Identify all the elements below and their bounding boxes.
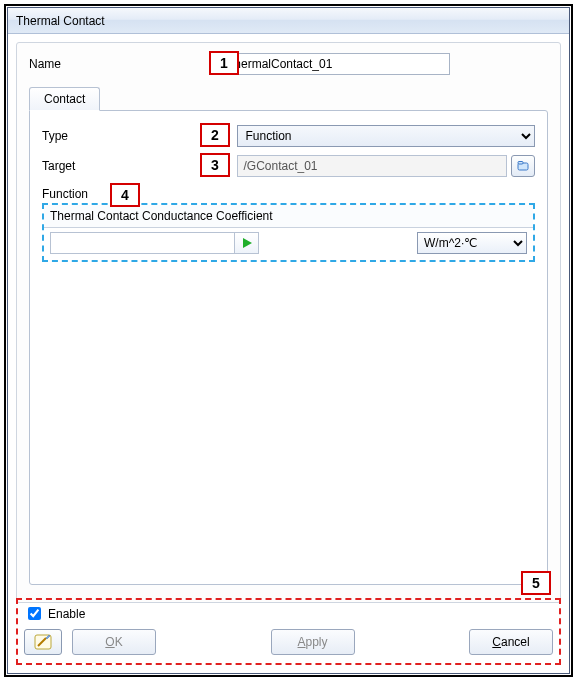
browse-icon (516, 159, 530, 173)
tab-contact-label: Contact (44, 92, 85, 106)
cancel-button[interactable]: Cancel (469, 629, 553, 655)
play-icon (241, 237, 253, 249)
callout-1: 1 (209, 51, 239, 75)
thermal-contact-dialog: Thermal Contact Name 1 Contact Type 2 (7, 7, 570, 674)
coefficient-input[interactable] (50, 232, 235, 254)
enable-label: Enable (48, 607, 85, 621)
target-label: Target (42, 159, 137, 173)
type-select[interactable]: Function (237, 125, 536, 147)
callout-4: 4 (110, 183, 140, 207)
apply-button[interactable]: Apply (271, 629, 355, 655)
help-button[interactable] (24, 629, 62, 655)
enable-checkbox[interactable] (28, 607, 41, 620)
ok-button[interactable]: OK (72, 629, 156, 655)
function-group: Thermal Contact Conductance Coefficient … (42, 203, 535, 262)
name-input[interactable] (220, 53, 450, 75)
edit-icon (34, 634, 52, 650)
callout-5: 5 (521, 571, 551, 595)
svg-rect-1 (518, 162, 523, 165)
tab-contact[interactable]: Contact (29, 87, 100, 111)
callout-3: 3 (200, 153, 230, 177)
titlebar: Thermal Contact (8, 8, 569, 34)
svg-marker-2 (243, 238, 252, 248)
target-browse-button[interactable] (511, 155, 535, 177)
type-label: Type (42, 129, 137, 143)
name-label: Name (29, 57, 124, 71)
footer-group: Enable OK Apply Cancel (16, 598, 561, 665)
main-panel: Name 1 Contact Type 2 Function (16, 42, 561, 603)
target-field: /GContact_01 (237, 155, 508, 177)
unit-select[interactable]: W/m^2·℃ (417, 232, 527, 254)
tab-contact-page: Type 2 Function Target 3 /GContact_01 (29, 110, 548, 585)
function-run-button[interactable] (235, 232, 259, 254)
coefficient-label: Thermal Contact Conductance Coefficient (44, 205, 533, 228)
callout-2: 2 (200, 123, 230, 147)
function-label: Function (42, 187, 88, 201)
window-title: Thermal Contact (16, 14, 105, 28)
